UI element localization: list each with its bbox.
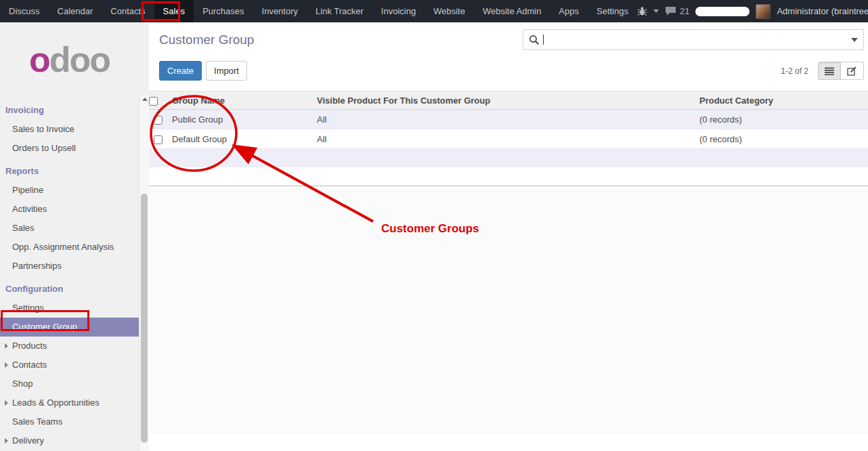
expand-arrow-icon xyxy=(5,438,8,444)
content-background xyxy=(149,186,868,433)
search-icon[interactable] xyxy=(529,35,540,45)
sidebar-scrollbar[interactable] xyxy=(139,95,149,451)
user-menu[interactable]: Administrator (braintree) xyxy=(777,6,868,16)
sidebar-item-label: Products xyxy=(12,341,47,351)
sidebar: odoo Invoicing Sales to Invoice Orders t… xyxy=(0,22,149,451)
search-options-caret-icon[interactable] xyxy=(851,38,858,42)
main-menu: Discuss Calendar Contacts Sales Purchase… xyxy=(0,0,637,22)
view-switcher xyxy=(818,62,864,80)
table-row[interactable]: Public Group All (0 records) xyxy=(149,110,868,129)
menu-settings[interactable]: Settings xyxy=(588,0,637,22)
empty-row xyxy=(149,167,868,186)
expand-arrow-icon xyxy=(5,343,8,349)
menu-purchases[interactable]: Purchases xyxy=(194,0,253,22)
sidebar-item-label: Delivery xyxy=(12,435,44,446)
menu-website[interactable]: Website xyxy=(425,0,474,22)
menu-apps[interactable]: Apps xyxy=(550,0,588,22)
menu-invoicing[interactable]: Invoicing xyxy=(372,0,425,22)
sidebar-item-shop[interactable]: Shop xyxy=(0,374,139,393)
customer-group-table: Group Name Visible Product For This Cust… xyxy=(149,91,868,186)
sidebar-item-activities[interactable]: Activities xyxy=(0,200,139,219)
column-header-group-name[interactable]: Group Name xyxy=(167,91,311,110)
list-view-button[interactable] xyxy=(818,62,841,80)
cell-visible-product[interactable]: All xyxy=(311,110,694,129)
sidebar-item-opp-assignment-analysis[interactable]: Opp. Assignment Analysis xyxy=(0,238,139,257)
menu-sales[interactable]: Sales xyxy=(154,0,194,22)
menu-discuss[interactable]: Discuss xyxy=(0,0,49,22)
form-view-button[interactable] xyxy=(841,62,864,80)
sidebar-item-sales[interactable]: Sales xyxy=(0,219,139,238)
topbar-right-cluster: 21 Administrator (braintree) xyxy=(637,0,868,22)
sidebar-item-delivery[interactable]: Delivery xyxy=(0,431,139,450)
table-header-row: Group Name Visible Product For This Cust… xyxy=(149,91,868,110)
sidebar-item-leads-opportunities[interactable]: Leads & Opportunities xyxy=(0,393,139,412)
sidebar-item-settings[interactable]: Settings xyxy=(0,299,139,318)
sidebar-item-products[interactable]: Products xyxy=(0,337,139,356)
sidebar-item-pipeline[interactable]: Pipeline xyxy=(0,181,139,200)
row-checkbox[interactable] xyxy=(154,116,162,125)
sidebar-item-customer-group[interactable]: Customer Group xyxy=(0,318,139,337)
cell-group-name[interactable]: Public Group xyxy=(167,110,311,129)
sidebar-section-reports: Reports xyxy=(0,162,139,181)
main-content: Customer Group Create Import 1-2 of 2 xyxy=(149,22,868,451)
status-pill[interactable] xyxy=(695,7,750,16)
sidebar-section-configuration: Configuration xyxy=(0,280,139,299)
empty-row xyxy=(149,149,868,167)
menu-contacts[interactable]: Contacts xyxy=(102,0,154,22)
sidebar-item-orders-to-upsell[interactable]: Orders to Upsell xyxy=(0,139,139,158)
cell-product-category[interactable]: (0 records) xyxy=(694,129,868,149)
search-bar xyxy=(523,29,864,50)
scrollbar-thumb[interactable] xyxy=(141,194,148,443)
scrollbar-up-arrow[interactable] xyxy=(142,98,148,101)
sidebar-item-label: Leads & Opportunities xyxy=(12,398,100,408)
search-input[interactable] xyxy=(544,31,851,49)
avatar[interactable] xyxy=(756,4,771,19)
create-button[interactable]: Create xyxy=(159,61,202,81)
list-icon xyxy=(825,67,834,75)
menu-link-tracker[interactable]: Link Tracker xyxy=(307,0,372,22)
row-checkbox[interactable] xyxy=(154,135,162,144)
sidebar-item-sales-to-invoice[interactable]: Sales to Invoice xyxy=(0,120,139,139)
messages-icon[interactable] xyxy=(665,6,676,16)
edit-form-icon xyxy=(847,66,857,76)
sidebar-item-label: Contacts xyxy=(12,360,47,370)
sidebar-section-invoicing: Invoicing xyxy=(0,101,139,120)
pager-range: 1-2 of 2 xyxy=(781,66,808,76)
menu-inventory[interactable]: Inventory xyxy=(253,0,307,22)
table-row[interactable]: Default Group All (0 records) xyxy=(149,129,868,149)
import-button[interactable]: Import xyxy=(206,61,247,81)
cell-product-category[interactable]: (0 records) xyxy=(694,110,868,129)
menu-website-admin[interactable]: Website Admin xyxy=(474,0,550,22)
cell-group-name[interactable]: Default Group xyxy=(167,129,311,149)
sidebar-item-sales-teams[interactable]: Sales Teams xyxy=(0,412,139,431)
odoo-logo: odoo xyxy=(0,22,139,97)
sidebar-item-contacts[interactable]: Contacts xyxy=(0,356,139,374)
expand-arrow-icon xyxy=(5,362,8,368)
select-all-checkbox[interactable] xyxy=(149,97,158,106)
page-title: Customer Group xyxy=(159,33,254,47)
cell-visible-product[interactable]: All xyxy=(311,129,694,149)
column-header-product-category[interactable]: Product Category xyxy=(694,91,868,110)
top-navbar: Discuss Calendar Contacts Sales Purchase… xyxy=(0,0,868,22)
bug-icon[interactable] xyxy=(637,6,647,16)
menu-calendar[interactable]: Calendar xyxy=(49,0,102,22)
sidebar-item-partnerships[interactable]: Partnerships xyxy=(0,257,139,276)
message-count: 21 xyxy=(680,6,689,16)
debug-caret-icon[interactable] xyxy=(653,9,659,13)
column-header-visible-product[interactable]: Visible Product For This Customer Group xyxy=(311,91,694,110)
expand-arrow-icon xyxy=(5,400,8,406)
